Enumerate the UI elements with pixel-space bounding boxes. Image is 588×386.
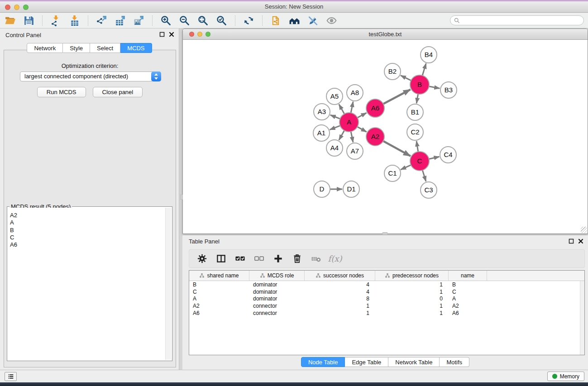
result-item-a[interactable]: A	[8, 219, 165, 226]
window-resize-grip[interactable]	[581, 227, 587, 233]
tab-network[interactable]: Network	[27, 43, 63, 53]
result-item-a2[interactable]: A2	[8, 212, 165, 219]
float-table-panel-icon[interactable]	[569, 238, 574, 244]
column-header-shared-name[interactable]: shared name	[189, 271, 249, 281]
tab-select[interactable]: Select	[90, 43, 120, 53]
delete-column-icon[interactable]	[291, 253, 303, 265]
open-file-icon[interactable]	[4, 14, 16, 27]
export-table-icon[interactable]	[114, 14, 126, 27]
import-network-icon[interactable]	[50, 14, 62, 27]
zoom-window-icon[interactable]	[23, 5, 29, 10]
app-titlebar[interactable]: Session: New Session	[0, 1, 588, 13]
divider-grip-left[interactable]	[180, 195, 183, 200]
select-all-icon[interactable]	[234, 253, 246, 265]
tab-node-table[interactable]: Node Table	[301, 357, 345, 367]
graph-node-D1[interactable]: D1	[343, 181, 359, 197]
graph-node-C2[interactable]: C2	[407, 124, 423, 140]
close-panel-icon[interactable]	[169, 32, 174, 37]
divider-grip-bottom[interactable]	[382, 232, 387, 235]
result-scrollbar[interactable]	[165, 208, 171, 360]
graph-node-A3[interactable]: A3	[314, 104, 330, 120]
graph-node-A2[interactable]: A2	[366, 128, 384, 146]
result-item-c[interactable]: C	[8, 234, 165, 241]
graph-node-A[interactable]: A	[339, 113, 359, 132]
result-item-b[interactable]: B	[8, 227, 165, 234]
network-window-titlebar[interactable]: testGlobe.txt	[183, 29, 588, 40]
graph-node-B[interactable]: B	[410, 75, 429, 94]
run-mcds-button[interactable]: Run MCDS	[37, 87, 86, 97]
settings-gear-icon[interactable]	[196, 253, 208, 265]
graph-node-A7[interactable]: A7	[347, 143, 363, 159]
result-item-a6[interactable]: A6	[8, 241, 165, 248]
graph-node-C1[interactable]: C1	[384, 165, 401, 181]
hide-graphics-details-icon[interactable]	[307, 14, 319, 27]
column-header-successor-nodes[interactable]: successor nodes	[305, 271, 375, 281]
graph-node-C3[interactable]: C3	[421, 182, 437, 198]
graph-node-A8[interactable]: A8	[347, 85, 363, 101]
new-network-from-selection-icon[interactable]	[270, 14, 282, 27]
export-network-icon[interactable]	[96, 14, 108, 27]
float-panel-icon[interactable]	[159, 32, 165, 37]
cell-MCDS-role: connector	[249, 303, 305, 309]
column-header-MCDS-role[interactable]: MCDS role	[249, 271, 305, 281]
cell-shared-name: A	[189, 295, 249, 302]
import-table-icon[interactable]	[68, 14, 81, 27]
cell-predecessor-nodes: 1	[375, 310, 449, 316]
svg-text:C2: C2	[411, 128, 419, 136]
graph-node-C4[interactable]: C4	[440, 147, 456, 163]
network-minimize-icon[interactable]	[197, 32, 202, 37]
network-zoom-icon[interactable]	[206, 32, 210, 37]
add-column-icon[interactable]	[272, 253, 284, 265]
tab-edge-table[interactable]: Edge Table	[345, 357, 388, 367]
deselect-all-icon[interactable]	[253, 253, 265, 265]
split-panel-icon[interactable]	[215, 253, 227, 265]
refresh-icon[interactable]	[243, 14, 255, 27]
tab-mcds[interactable]: MCDS	[120, 43, 152, 53]
table-row[interactable]: A2connector11A2	[189, 302, 584, 310]
network-close-icon[interactable]	[189, 32, 194, 37]
export-image-icon[interactable]	[133, 14, 145, 27]
zoom-in-icon[interactable]	[160, 14, 172, 27]
network-graph: AA1A2A3A4A5A6A7A8BB1B2B3B4CC1C2C3C4DD1	[183, 40, 588, 234]
graph-node-B4[interactable]: B4	[421, 47, 437, 63]
search-input[interactable]	[462, 17, 580, 24]
graph-node-D[interactable]: D	[314, 181, 330, 197]
control-panel-header: Control Panel	[0, 29, 179, 40]
cell-predecessor-nodes: 1	[375, 281, 449, 288]
table-row[interactable]: Bdominator41B	[189, 281, 584, 288]
table-row[interactable]: Cdominator41C	[189, 288, 584, 295]
tab-motifs[interactable]: Motifs	[440, 357, 469, 367]
column-header-predecessor-nodes[interactable]: predecessor nodes	[375, 271, 449, 281]
graph-node-B3[interactable]: B3	[440, 82, 457, 98]
graph-node-A6[interactable]: A6	[366, 99, 384, 117]
close-window-icon[interactable]	[5, 5, 10, 10]
browser-home-icon[interactable]	[288, 14, 301, 27]
table-row[interactable]: A6connector11A6	[189, 310, 584, 317]
memory-button[interactable]: Memory	[547, 372, 584, 381]
column-header-name[interactable]: name	[449, 271, 487, 281]
network-canvas[interactable]: AA1A2A3A4A5A6A7A8BB1B2B3B4CC1C2C3C4DD1	[183, 40, 588, 234]
graph-node-A4[interactable]: A4	[326, 140, 343, 156]
table-scrollbar[interactable]	[580, 281, 584, 355]
zoom-fit-icon[interactable]	[197, 14, 209, 27]
search-field[interactable]	[450, 15, 584, 25]
table-row[interactable]: Adominator80A	[189, 295, 584, 302]
close-table-panel-icon[interactable]	[578, 238, 583, 244]
graph-node-C[interactable]: C	[410, 152, 429, 171]
network-window-title: testGlobe.txt	[183, 29, 588, 39]
criterion-dropdown[interactable]: largest connected component (directed)	[20, 71, 161, 81]
tab-style[interactable]: Style	[63, 43, 90, 53]
task-history-button[interactable]	[5, 372, 17, 381]
save-session-icon[interactable]	[23, 14, 35, 27]
zoom-out-icon[interactable]	[178, 14, 191, 27]
zoom-selected-icon[interactable]	[215, 14, 228, 27]
tab-network-table[interactable]: Network Table	[388, 357, 440, 367]
graph-node-B1[interactable]: B1	[407, 104, 423, 120]
tree-header-icon	[260, 273, 265, 278]
close-panel-button[interactable]: Close panel	[93, 87, 143, 97]
graph-node-B2[interactable]: B2	[384, 63, 401, 80]
mcds-result-group: MCDS result (5 nodes) A2ABCA6	[7, 206, 172, 361]
graph-node-A5[interactable]: A5	[326, 88, 343, 105]
minimize-window-icon[interactable]	[14, 5, 19, 10]
graph-node-A1[interactable]: A1	[313, 125, 330, 141]
